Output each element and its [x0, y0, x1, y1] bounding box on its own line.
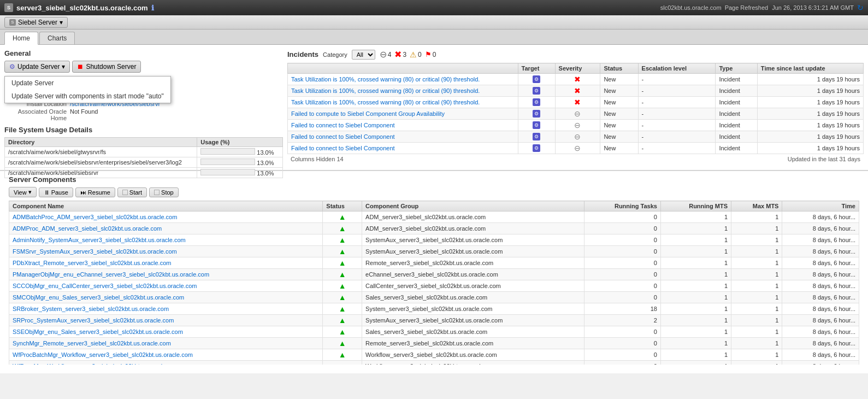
status-up-icon: ▲ — [339, 213, 346, 221]
page-title: server3_siebel_slc02kbt.us.oracle.com — [16, 4, 148, 12]
comp-time: 8 days, 6 hour... — [782, 269, 859, 280]
pause-icon: ⏸ — [44, 189, 50, 196]
inc-status: New — [600, 143, 638, 154]
status-up-icon: ▲ — [339, 327, 346, 336]
inc-msg[interactable]: Failed to connect to Siebel Component — [288, 143, 518, 154]
comp-running-mts: 1 — [660, 223, 731, 234]
incident-row: Failed to connect to Siebel Component ⚙ … — [288, 131, 864, 143]
category-select[interactable]: All — [352, 50, 375, 60]
refresh-icon[interactable]: ↻ — [857, 3, 864, 12]
comp-time: 8 days, 6 hour... — [782, 315, 859, 326]
components-toolbar: View ▾ ⏸ Pause ⏭ Resume Start Stop — [9, 187, 859, 197]
comp-running-tasks: 0 — [584, 338, 660, 349]
inc-msg[interactable]: Task Utilization is 100%, crossed warnin… — [288, 74, 518, 85]
comp-col-group: Component Group — [362, 201, 584, 212]
siebel-server-dropdown[interactable]: S Siebel Server ▾ — [4, 17, 68, 28]
inc-msg[interactable]: Failed to connect to Siebel Component — [288, 131, 518, 143]
inc-severity: ⊖ — [555, 143, 600, 154]
start-button[interactable]: Start — [117, 187, 147, 197]
badge-gray-count: 4 — [388, 51, 392, 58]
comp-time: 8 days, 6 hour... — [782, 246, 859, 257]
status-up-icon: ▲ — [339, 270, 346, 279]
table-row: SRBroker_System_server3_siebel_slc02kbt.… — [9, 303, 859, 315]
comp-group: CallCenter_server3_siebel_slc02kbt.us.or… — [362, 280, 584, 292]
comp-max-mts: 1 — [731, 303, 782, 315]
comp-name[interactable]: SSEObjMgr_enu_Sales_server3_siebel_slc02… — [9, 326, 323, 338]
table-row: SRProc_SystemAux_server3_siebel_slc02kbt… — [9, 315, 859, 326]
inc-target[interactable]: ⚙ — [518, 143, 555, 154]
status-up-icon: ▲ — [339, 247, 346, 256]
inc-target[interactable]: ⚙ — [518, 108, 555, 120]
pause-button[interactable]: ⏸ Pause — [39, 187, 73, 197]
comp-name[interactable]: SRProc_SystemAux_server3_siebel_slc02kbt… — [9, 315, 323, 326]
resume-button[interactable]: ⏭ Resume — [75, 187, 115, 197]
tab-charts[interactable]: Charts — [39, 32, 75, 44]
comp-name[interactable]: WfProcBatchMgr_Workflow_server3_siebel_s… — [9, 349, 323, 361]
inc-time: 1 days 19 hours — [757, 97, 863, 108]
comp-name[interactable]: WfRecvMgr_Workflow_server3_siebel_slc02k… — [9, 361, 323, 365]
incident-badges: ⊖ 4 ✖ 3 ⚠ 0 ⚑ 0 — [380, 49, 436, 60]
view-button[interactable]: View ▾ — [9, 187, 37, 197]
comp-max-mts: 1 — [731, 326, 782, 338]
comp-col-status: Status — [323, 201, 362, 212]
inc-msg[interactable]: Failed to connect to Siebel Component — [288, 120, 518, 131]
components-section: Server Components View ▾ ⏸ Pause ⏭ Resum… — [4, 171, 864, 369]
inc-target[interactable]: ⚙ — [518, 120, 555, 131]
comp-max-mts: 1 — [731, 269, 782, 280]
update-server-dropdown-menu: Update Server Update Server with compone… — [4, 76, 171, 103]
stop-button[interactable]: Stop — [149, 187, 179, 197]
inc-target[interactable]: ⚙ — [518, 74, 555, 85]
comp-name[interactable]: SynchMgr_Remote_server3_siebel_slc02kbt.… — [9, 338, 323, 349]
inc-severity: ⊖ — [555, 120, 600, 131]
resume-icon: ⏭ — [80, 189, 86, 196]
status-up-icon: ▲ — [339, 281, 346, 290]
info-icon[interactable]: ℹ — [151, 4, 154, 12]
tab-home[interactable]: Home — [4, 32, 38, 45]
badge-warning-count: 0 — [418, 51, 422, 58]
inc-msg[interactable]: Failed to compute to Siebel Component Gr… — [288, 108, 518, 120]
comp-group: Workflow_server3_siebel_slc02kbt.us.orac… — [362, 349, 584, 361]
inc-target[interactable]: ⚙ — [518, 85, 555, 97]
fs-row: /scratch/aime/work/siebel/siebsrvr/enter… — [5, 157, 283, 168]
comp-name[interactable]: SMCObjMgr_enu_Sales_server3_siebel_slc02… — [9, 292, 323, 303]
comp-name[interactable]: AdminNotify_SystemAux_server3_siebel_slc… — [9, 234, 323, 246]
inc-time: 1 days 19 hours — [757, 85, 863, 97]
comp-name[interactable]: PManagerObjMgr_enu_eChannel_server3_sieb… — [9, 269, 323, 280]
inc-msg[interactable]: Task Utilization is 100%, crossed warnin… — [288, 85, 518, 97]
comp-name[interactable]: SCCObjMgr_enu_CallCenter_server3_siebel_… — [9, 280, 323, 292]
inc-time: 1 days 19 hours — [757, 120, 863, 131]
dropdown-item-update-server[interactable]: Update Server — [5, 77, 170, 90]
nav-bar-left: S Siebel Server ▾ — [4, 17, 68, 28]
comp-status: ▲ — [323, 223, 362, 234]
components-table-wrapper[interactable]: Component Name Status Component Group Ru… — [9, 201, 859, 365]
inc-col-escalation: Escalation level — [638, 63, 716, 74]
inc-msg[interactable]: Task Utilization is 100%, crossed warnin… — [288, 97, 518, 108]
inc-status: New — [600, 120, 638, 131]
table-row: SynchMgr_Remote_server3_siebel_slc02kbt.… — [9, 338, 859, 349]
comp-max-mts: 1 — [731, 361, 782, 365]
shutdown-server-button[interactable]: ⏹ Shutdown Server — [72, 61, 141, 73]
stop-checkbox — [154, 190, 160, 195]
comp-running-mts: 1 — [660, 212, 731, 223]
comp-running-tasks: 0 — [584, 292, 660, 303]
filesystem-title: File System Usage Details — [4, 126, 283, 134]
top-bar: S server3_siebel_slc02kbt.us.oracle.com … — [0, 0, 868, 15]
comp-max-mts: 1 — [731, 338, 782, 349]
comp-max-mts: 1 — [731, 257, 782, 269]
comp-max-mts: 1 — [731, 315, 782, 326]
dropdown-item-update-auto[interactable]: Update Server with components in start m… — [5, 90, 170, 103]
comp-time: 8 days, 6 hour... — [782, 338, 859, 349]
start-checkbox — [122, 190, 128, 195]
inc-target[interactable]: ⚙ — [518, 131, 555, 143]
comp-name[interactable]: ADMProc_ADM_server3_siebel_slc02kbt.us.o… — [9, 223, 323, 234]
inc-target[interactable]: ⚙ — [518, 97, 555, 108]
comp-col-max-mts: Max MTS — [731, 201, 782, 212]
comp-name[interactable]: PDbXtract_Remote_server3_siebel_slc02kbt… — [9, 257, 323, 269]
table-row: SCCObjMgr_enu_CallCenter_server3_siebel_… — [9, 280, 859, 292]
comp-name[interactable]: FSMSrvr_SystemAux_server3_siebel_slc02kb… — [9, 246, 323, 257]
update-server-button[interactable]: ⚙ Update Server ▾ — [4, 61, 70, 73]
badge-warning: ⚠ 0 — [410, 50, 422, 59]
comp-status: ▲ — [323, 257, 362, 269]
comp-name[interactable]: SRBroker_System_server3_siebel_slc02kbt.… — [9, 303, 323, 315]
comp-name[interactable]: ADMBatchProc_ADM_server3_siebel_slc02kbt… — [9, 212, 323, 223]
